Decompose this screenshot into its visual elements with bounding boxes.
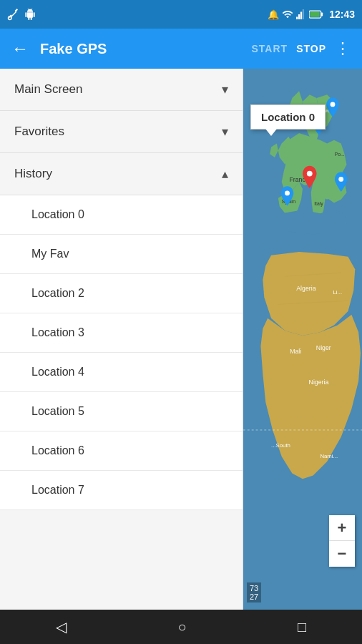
- history-item-4-label: Location 4: [31, 366, 84, 379]
- svg-text:Norway: Norway: [295, 107, 315, 114]
- status-icons-right: 🔔 12:43: [268, 9, 355, 20]
- wifi-icon: [282, 9, 293, 20]
- coord-line2: 27: [250, 592, 258, 601]
- history-item-3-label: Location 3: [31, 326, 84, 339]
- history-item-2[interactable]: Location 2: [0, 274, 243, 313]
- svg-rect-7: [303, 9, 304, 19]
- app-bar: ← Fake GPS START STOP ⋮: [0, 29, 362, 69]
- map-controls: + −: [329, 515, 355, 567]
- svg-rect-10: [310, 11, 319, 17]
- svg-text:Italy: Italy: [314, 201, 323, 207]
- svg-text:Nami...: Nami...: [320, 453, 338, 459]
- back-button[interactable]: ←: [11, 39, 29, 59]
- history-item-7-label: Location 7: [31, 484, 84, 497]
- svg-point-32: [307, 171, 313, 177]
- history-item-1-label: My Fav: [31, 248, 69, 260]
- sidebar-section-history[interactable]: History ▴: [0, 153, 243, 195]
- history-item-4[interactable]: Location 4: [0, 353, 243, 392]
- svg-point-31: [285, 191, 290, 196]
- history-item-6-label: Location 6: [31, 444, 84, 457]
- nav-bar: ◁ ○ □: [0, 610, 362, 644]
- zoom-out-button[interactable]: −: [329, 541, 355, 567]
- svg-text:Niger: Niger: [316, 344, 331, 351]
- svg-rect-2: [14, 9, 18, 12]
- battery-icon: [309, 9, 323, 19]
- history-item-2-label: Location 2: [31, 287, 84, 300]
- svg-text:Algeria: Algeria: [296, 285, 315, 292]
- svg-text:Po...: Po...: [335, 152, 345, 157]
- map-coordinates: 73 27: [247, 582, 261, 602]
- satellite-icon: [7, 8, 20, 21]
- history-item-0[interactable]: Location 0: [0, 195, 243, 235]
- coord-line1: 73: [250, 584, 258, 592]
- history-item-0-label: Location 0: [31, 208, 84, 221]
- history-item-6[interactable]: Location 6: [0, 431, 243, 471]
- svg-rect-6: [300, 12, 302, 20]
- sidebar-section-main-screen[interactable]: Main Screen ▾: [0, 69, 243, 111]
- status-bar: 🔔 12:43: [0, 0, 362, 29]
- nav-back-button[interactable]: ◁: [56, 618, 67, 635]
- history-item-5-label: Location 5: [31, 405, 84, 418]
- svg-text:Nigeria: Nigeria: [309, 379, 329, 386]
- svg-rect-5: [298, 14, 300, 19]
- svg-rect-4: [296, 17, 298, 20]
- alarm-icon: 🔔: [268, 9, 279, 20]
- svg-text:Li...: Li...: [333, 289, 343, 296]
- svg-point-29: [331, 102, 336, 107]
- main-screen-label: Main Screen: [14, 82, 82, 97]
- sidebar-section-favorites[interactable]: Favorites ▾: [0, 111, 243, 153]
- history-item-7[interactable]: Location 7: [0, 471, 243, 510]
- favorites-chevron: ▾: [222, 124, 228, 140]
- history-chevron: ▴: [222, 166, 228, 182]
- signal-icon: [296, 9, 306, 19]
- android-icon: [24, 9, 36, 20]
- sidebar: Main Screen ▾ Favorites ▾ History ▴ Loca…: [0, 69, 243, 610]
- zoom-in-button[interactable]: +: [329, 515, 355, 541]
- time-display: 12:43: [329, 9, 355, 20]
- start-button[interactable]: START: [252, 43, 288, 54]
- history-label: History: [14, 167, 52, 181]
- svg-text:Mali: Mali: [290, 348, 301, 355]
- svg-text:...South: ...South: [271, 442, 290, 449]
- nav-recents-button[interactable]: □: [298, 619, 306, 635]
- map-area[interactable]: Algeria Li... Mali Niger Nigeria Norway …: [243, 69, 362, 610]
- main-area: Main Screen ▾ Favorites ▾ History ▴ Loca…: [0, 69, 362, 610]
- svg-rect-9: [321, 13, 323, 16]
- history-item-1[interactable]: My Fav: [0, 235, 243, 274]
- more-options-button[interactable]: ⋮: [335, 39, 351, 58]
- svg-line-1: [11, 11, 16, 17]
- history-item-3[interactable]: Location 3: [0, 313, 243, 353]
- status-icons-left: [7, 8, 36, 21]
- favorites-label: Favorites: [14, 125, 64, 139]
- main-screen-chevron: ▾: [222, 82, 228, 97]
- stop-button[interactable]: STOP: [296, 43, 326, 54]
- app-title: Fake GPS: [40, 41, 240, 57]
- app-bar-actions: START STOP ⋮: [252, 39, 351, 58]
- svg-point-28: [316, 117, 322, 123]
- nav-home-button[interactable]: ○: [177, 619, 186, 635]
- svg-point-30: [338, 177, 343, 182]
- history-item-5[interactable]: Location 5: [0, 392, 243, 431]
